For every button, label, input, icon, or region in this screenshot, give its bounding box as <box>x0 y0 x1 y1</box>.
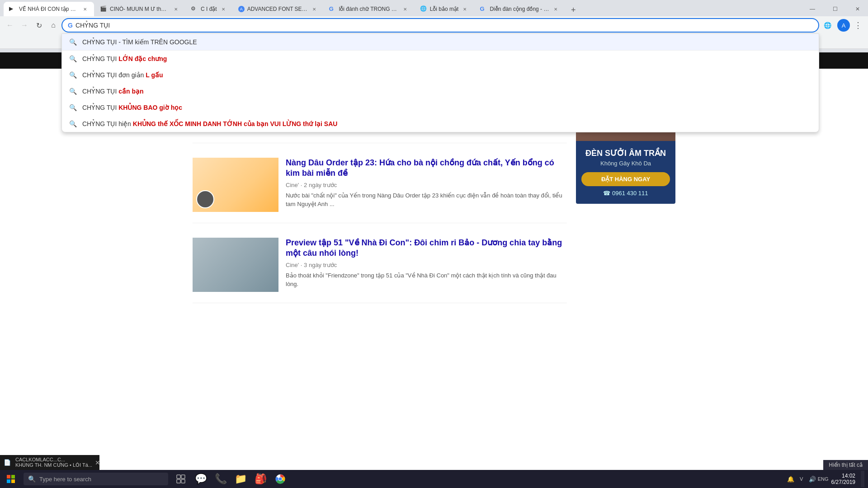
article-2-title[interactable]: Nàng Dâu Order tập 23: Hứa cho bà nội ch… <box>286 158 567 179</box>
omnibox-dropdown: 🔍 CHỶNG TỤI - TÌM kiếm TRÊN GOOGLE 🔍 CHỶ… <box>61 33 819 132</box>
taskbar-skype[interactable]: 💬 <box>192 470 210 488</box>
tab-5-favicon: G <box>329 5 336 13</box>
tab-1-favicon: ▶ <box>9 5 16 13</box>
tab-4-close[interactable]: ✕ <box>311 5 318 13</box>
notification-file-icon: 📄 <box>4 459 11 466</box>
article-3-excerpt: Bảo thoát khỏi "Friendzone" trong tập 51… <box>286 271 567 289</box>
taskbar-search[interactable]: 🔍 Type here to search <box>24 473 168 485</box>
tab-3-close[interactable]: ✕ <box>220 5 227 13</box>
profile-button[interactable]: A <box>837 19 850 32</box>
suggestion-2[interactable]: 🔍 CHỶNG TỤI đơn giản L gấu <box>62 67 819 83</box>
folder-icon: 📁 <box>235 473 247 485</box>
tab-1[interactable]: ▶ VỀ NHÀ ĐI CON tập 52: Tiểu TAM ... ✕ <box>4 2 94 16</box>
svg-rect-7 <box>181 479 185 483</box>
taskbar-store[interactable]: 🎒 <box>251 470 269 488</box>
toolbar: ← → ↻ ⌂ G CHỶNG TỤI 🔍 CHỶNG TỤI - TÌM ki… <box>0 16 868 34</box>
suggestion-0-main: CHỶNG TỤI - TÌM kiếm TRÊN GOOGLE <box>82 38 197 46</box>
tab-2[interactable]: 🎬 CINÓ- MUUN M Ư thế giới PHI... ✕ <box>94 2 185 16</box>
home-button[interactable]: ⌂ <box>47 19 60 32</box>
language-indicator[interactable]: ENG <box>819 474 828 483</box>
suggestion-5[interactable]: 🔍 CHỶNG TỤI hiện KHỦNG thế XỐC MINH DANH… <box>62 116 819 132</box>
tab-4[interactable]: A ADVANCED FONT SETTINGS - C ... ✕ <box>233 2 323 16</box>
notification-bell-icon[interactable]: 🔔 <box>786 474 795 483</box>
article-3-thumbnail <box>193 238 278 292</box>
suggestion-3[interactable]: 🔍 CHỶNG TỤI cần bạn <box>62 83 819 99</box>
notification-content: CACLKOMLACC...C... KHỦNG TH. NM CƯNG • L… <box>15 457 92 468</box>
svg-rect-2 <box>7 479 10 483</box>
svg-rect-0 <box>7 475 10 479</box>
notification-filename: CACLKOMLACC...C... <box>15 457 92 462</box>
network-icon[interactable]: V <box>797 474 806 483</box>
windows-logo-icon <box>7 475 15 483</box>
close-button[interactable]: ✕ <box>847 2 868 16</box>
article-2-overlay <box>196 190 214 208</box>
refresh-button[interactable]: ↻ <box>33 19 45 32</box>
svg-rect-6 <box>177 479 180 483</box>
show-all-button[interactable]: Hiển thị tất cả <box>823 460 868 470</box>
tab-5-label: lỗi đánh chữ TRONG TỒM kiểm TR... <box>339 6 399 12</box>
tab-4-favicon: A <box>238 6 245 12</box>
taskbar-task-view[interactable] <box>172 470 190 488</box>
article-2-thumbnail <box>193 158 278 212</box>
start-button[interactable] <box>0 470 22 488</box>
tab-6-favicon: 🌐 <box>420 5 427 13</box>
forward-button[interactable]: → <box>18 19 31 32</box>
suggestion-4[interactable]: 🔍 CHỶNG TỤI KHỦNG BAO giờ học <box>62 99 819 116</box>
omnibox[interactable]: G CHỶNG TỤI <box>61 18 819 33</box>
show-desktop-button[interactable] <box>861 471 864 487</box>
translate-button[interactable]: 🌐 <box>821 19 834 32</box>
article-2-excerpt: Nước bài "chất nội" của Yến trong Nàng D… <box>286 191 567 209</box>
tab-7-favicon: G <box>480 5 487 13</box>
article-3-source: Cine' · 3 ngày trước <box>286 262 567 268</box>
suggestion-0[interactable]: 🔍 CHỶNG TỤI - TÌM kiếm TRÊN GOOGLE <box>62 34 819 50</box>
taskbar-chrome[interactable] <box>271 470 289 488</box>
article-3-title[interactable]: Preview tập 51 "Về Nhà Đi Con": Đôi chim… <box>286 238 567 259</box>
suggestion-5-text: CHỶNG TỤI hiện KHỦNG thế XỐC MINH DANH T… <box>82 120 811 127</box>
svg-rect-5 <box>181 475 185 479</box>
suggestion-1-bold: LỚN đặc chưng <box>118 55 167 62</box>
suggestion-2-icon: 🔍 <box>69 71 77 79</box>
notification-close[interactable]: ✕ <box>95 459 100 466</box>
taskbar-file-explorer[interactable]: 📁 <box>231 470 250 488</box>
suggestion-1[interactable]: 🔍 CHỶNG TỤI LỚN đặc chưng <box>62 51 819 67</box>
taskbar-icon-group: 💬 📞 📁 🎒 <box>172 470 289 488</box>
article-2-source: Cine' · 2 ngày trước <box>286 182 567 188</box>
store-icon: 🎒 <box>255 473 267 485</box>
suggestion-4-icon: 🔍 <box>69 104 77 111</box>
task-view-icon <box>176 474 185 483</box>
article-card-2: Nàng Dâu Order tập 23: Hứa cho bà nội ch… <box>193 158 567 223</box>
tab-5-close[interactable]: ✕ <box>401 5 409 13</box>
notification-sub: KHỦNG TH. NM CƯNG • LỖI Tá... <box>15 462 92 468</box>
volume-icon[interactable]: 🔊 <box>808 474 817 483</box>
minimize-button[interactable]: — <box>802 2 823 16</box>
suggestion-4-text: CHỶNG TỤI KHỦNG BAO giờ học <box>82 104 811 111</box>
taskbar-date-display: 6/27/2019 <box>831 479 855 485</box>
tab-2-close[interactable]: ✕ <box>172 5 179 13</box>
suggestion-2-bold: L gấu <box>146 71 163 79</box>
tab-1-close[interactable]: ✕ <box>81 5 89 13</box>
tab-7[interactable]: G Diễn đàn cộng đồng - GMAIL Trợ C... ✕ <box>474 2 565 16</box>
suggestion-1-text: CHỶNG TỤI LỚN đặc chưng <box>82 55 811 62</box>
ad-content: ĐÈN SƯỞI ÂM TRẦN Không Gây Khô Da ĐẶT HÀ… <box>576 141 675 204</box>
tab-5[interactable]: G lỗi đánh chữ TRONG TỒM kiểm TR... ✕ <box>324 2 414 16</box>
tab-6[interactable]: 🌐 Lỗi bảo mật ✕ <box>415 2 474 16</box>
taskbar-phone[interactable]: 📞 <box>212 470 230 488</box>
taskbar: 🔍 Type here to search 💬 📞 📁 🎒 <box>0 470 868 488</box>
ad-phone: ☎ 0961 430 111 <box>581 190 670 197</box>
new-tab-button[interactable]: + <box>567 4 580 16</box>
tab-3[interactable]: ⚙ C I đặt ✕ <box>185 2 232 16</box>
tab-6-close[interactable]: ✕ <box>461 5 468 13</box>
tab-1-label: VỀ NHÀ ĐI CON tập 52: Tiểu TAM ... <box>19 6 79 12</box>
suggestion-3-text: CHỶNG TỤI cần bạn <box>82 88 811 95</box>
suggestion-1-icon: 🔍 <box>69 55 77 62</box>
ad-order-button[interactable]: ĐẶT HÀNG NGAY <box>581 172 670 186</box>
suggestion-0-icon: 🔍 <box>69 38 77 46</box>
article-3-info: Preview tập 51 "Về Nhà Đi Con": Đôi chim… <box>286 238 567 292</box>
taskbar-clock: 14:02 6/27/2019 <box>831 473 855 485</box>
back-button[interactable]: ← <box>4 19 16 32</box>
menu-button[interactable]: ⋮ <box>852 19 864 32</box>
maximize-button[interactable]: ☐ <box>825 2 845 16</box>
tab-7-close[interactable]: ✕ <box>552 5 559 13</box>
suggestion-0-text: CHỶNG TỤI - TÌM kiếm TRÊN GOOGLE <box>82 38 811 46</box>
svg-rect-3 <box>11 479 15 483</box>
